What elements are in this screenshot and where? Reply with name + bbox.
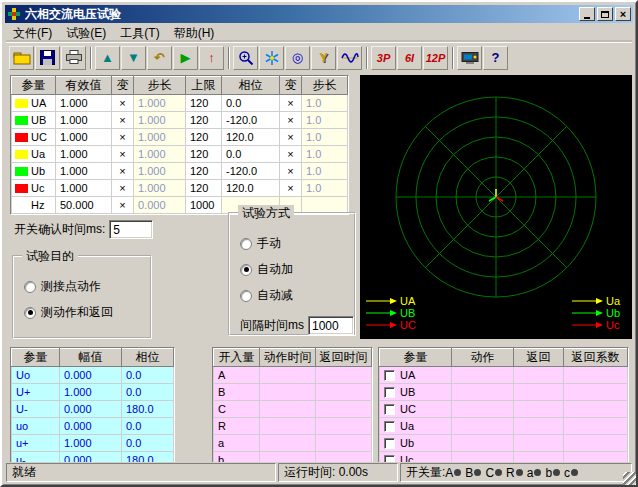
limit-cell[interactable]: 120 bbox=[186, 146, 222, 163]
stop-button[interactable]: ↑ bbox=[199, 46, 224, 70]
param-label: Uc bbox=[31, 182, 44, 194]
open-button[interactable] bbox=[9, 46, 34, 70]
resize-grip[interactable] bbox=[623, 472, 636, 485]
maximize-button[interactable] bbox=[597, 7, 613, 21]
step-cell[interactable]: 1.0 bbox=[302, 95, 348, 112]
checkbox[interactable] bbox=[384, 370, 395, 381]
action-time-cell bbox=[260, 401, 316, 418]
undo-button[interactable]: ↶ bbox=[147, 46, 172, 70]
phase-cell[interactable]: 0.0 bbox=[222, 146, 280, 163]
title-bar[interactable]: 六相交流电压试验 × bbox=[5, 5, 633, 23]
vary-toggle[interactable]: × bbox=[112, 112, 134, 129]
spiral-button[interactable]: ◎ bbox=[285, 46, 310, 70]
waveform-button[interactable] bbox=[337, 46, 362, 70]
radio-manual[interactable]: 手动 bbox=[240, 235, 354, 252]
phase-cell[interactable]: -120.0 bbox=[222, 112, 280, 129]
toolbar: ▲ ▼ ↶ ▶ ↑ ◎ Y bbox=[6, 42, 632, 72]
minimize-button[interactable] bbox=[579, 7, 595, 21]
vary-toggle[interactable]: × bbox=[112, 146, 134, 163]
rms-cell[interactable]: 1.000 bbox=[56, 112, 112, 129]
step-cell[interactable] bbox=[302, 197, 348, 214]
return-coef-cell bbox=[564, 435, 628, 452]
vary-toggle[interactable]: × bbox=[112, 197, 134, 214]
lower-button[interactable]: ▼ bbox=[121, 46, 146, 70]
mode-3p-button[interactable]: 3P bbox=[371, 46, 396, 70]
menu-tools[interactable]: 工具(T) bbox=[113, 24, 166, 43]
step-cell[interactable]: 1.0 bbox=[302, 129, 348, 146]
seq-name: U- bbox=[12, 401, 60, 418]
vary-toggle[interactable]: × bbox=[112, 163, 134, 180]
rms-cell[interactable]: 1.000 bbox=[56, 163, 112, 180]
limit-cell[interactable]: 1000 bbox=[186, 197, 222, 214]
phase-cell[interactable]: 0.0 bbox=[222, 95, 280, 112]
vary-toggle[interactable]: × bbox=[280, 129, 302, 146]
step-cell[interactable]: 0.000 bbox=[134, 197, 186, 214]
step-cell[interactable]: 1.000 bbox=[134, 146, 186, 163]
vary-toggle[interactable]: × bbox=[280, 95, 302, 112]
snowflake-button[interactable] bbox=[259, 46, 284, 70]
close-button[interactable]: × bbox=[615, 7, 631, 21]
menu-test[interactable]: 试验(E) bbox=[59, 24, 113, 43]
checkbox[interactable] bbox=[384, 421, 395, 432]
mode-12p-button[interactable]: 12P bbox=[423, 46, 448, 70]
return-time-cell bbox=[316, 435, 372, 452]
step-cell[interactable]: 1.0 bbox=[302, 163, 348, 180]
mode-6i-button[interactable]: 6I bbox=[397, 46, 422, 70]
radio-action-return[interactable]: 测动作和返回 bbox=[24, 304, 150, 321]
checkbox[interactable] bbox=[384, 455, 395, 463]
radio-contact-action[interactable]: 测接点动作 bbox=[24, 278, 150, 295]
rms-cell[interactable]: 1.000 bbox=[56, 180, 112, 197]
phase-cell[interactable]: -120.0 bbox=[222, 163, 280, 180]
start-button[interactable]: ▶ bbox=[173, 46, 198, 70]
step-cell[interactable]: 1.000 bbox=[134, 163, 186, 180]
checkbox[interactable] bbox=[384, 438, 395, 449]
checkbox[interactable] bbox=[384, 404, 395, 415]
device-button[interactable] bbox=[457, 46, 482, 70]
limit-cell[interactable]: 120 bbox=[186, 112, 222, 129]
vector-button[interactable]: Y bbox=[311, 46, 336, 70]
step-cell[interactable]: 1.0 bbox=[302, 146, 348, 163]
vary-toggle[interactable]: × bbox=[112, 180, 134, 197]
zoom-button[interactable] bbox=[233, 46, 258, 70]
table-row: Hz 50.000 × 0.000 1000 bbox=[12, 197, 348, 214]
radio-auto-decrease[interactable]: 自动减 bbox=[240, 287, 354, 304]
table-row: U+1.0000.0 bbox=[12, 384, 174, 401]
raise-button[interactable]: ▲ bbox=[95, 46, 120, 70]
table-row: u+1.0000.0 bbox=[12, 435, 174, 452]
toolbar-separator bbox=[452, 47, 454, 69]
step-cell[interactable]: 1.000 bbox=[134, 95, 186, 112]
window-title: 六相交流电压试验 bbox=[25, 6, 577, 23]
interval-input[interactable] bbox=[308, 316, 354, 335]
step-cell[interactable]: 1.000 bbox=[134, 112, 186, 129]
rms-cell[interactable]: 1.000 bbox=[56, 129, 112, 146]
limit-cell[interactable]: 120 bbox=[186, 95, 222, 112]
vary-toggle[interactable]: × bbox=[280, 146, 302, 163]
checkbox[interactable] bbox=[384, 387, 395, 398]
switch-confirm-input[interactable] bbox=[109, 220, 153, 239]
phase-cell[interactable]: 120.0 bbox=[222, 129, 280, 146]
vary-toggle[interactable]: × bbox=[112, 95, 134, 112]
step-cell[interactable]: 1.0 bbox=[302, 180, 348, 197]
rms-cell[interactable]: 1.000 bbox=[56, 95, 112, 112]
vary-toggle[interactable]: × bbox=[280, 163, 302, 180]
rms-cell[interactable]: 1.000 bbox=[56, 146, 112, 163]
step-cell[interactable]: 1.0 bbox=[302, 112, 348, 129]
vary-toggle[interactable]: × bbox=[280, 180, 302, 197]
menu-file[interactable]: 文件(F) bbox=[6, 24, 59, 43]
step-cell[interactable]: 1.000 bbox=[134, 180, 186, 197]
limit-cell[interactable]: 120 bbox=[186, 163, 222, 180]
limit-cell[interactable]: 120 bbox=[186, 129, 222, 146]
legend-arrowhead bbox=[390, 298, 397, 304]
step-cell[interactable]: 1.000 bbox=[134, 129, 186, 146]
print-button[interactable] bbox=[61, 46, 86, 70]
table-row: UC bbox=[380, 401, 628, 418]
vary-toggle[interactable]: × bbox=[280, 112, 302, 129]
vary-toggle[interactable]: × bbox=[112, 129, 134, 146]
phase-cell[interactable]: 120.0 bbox=[222, 180, 280, 197]
menu-help[interactable]: 帮助(H) bbox=[167, 24, 222, 43]
help-button[interactable]: ? bbox=[483, 46, 508, 70]
rms-cell[interactable]: 50.000 bbox=[56, 197, 112, 214]
radio-auto-increase[interactable]: 自动加 bbox=[240, 261, 354, 278]
limit-cell[interactable]: 120 bbox=[186, 180, 222, 197]
save-button[interactable] bbox=[35, 46, 60, 70]
